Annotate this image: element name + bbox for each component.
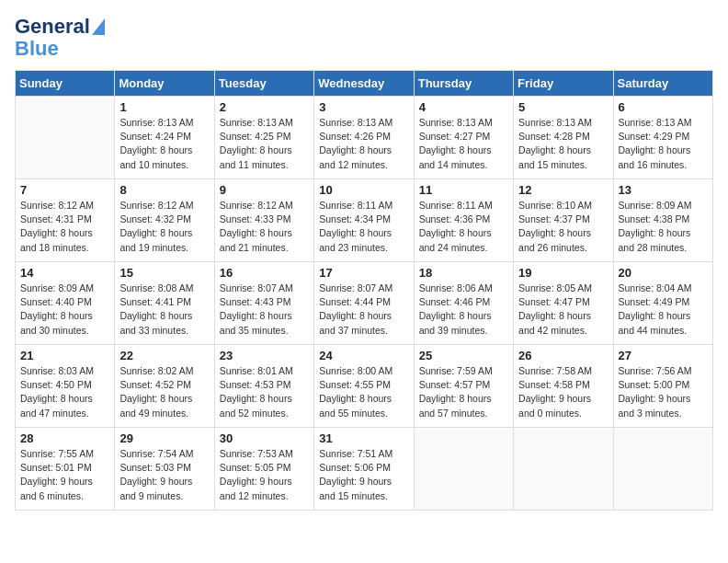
day-number: 29 bbox=[119, 431, 209, 445]
cell-text: Sunset: 4:43 PM bbox=[220, 295, 309, 309]
calendar-cell: 16Sunrise: 8:07 AMSunset: 4:43 PMDayligh… bbox=[214, 262, 313, 345]
cell-text: and 16 minutes. bbox=[619, 158, 708, 172]
cell-text: Sunrise: 8:08 AM bbox=[119, 282, 209, 295]
cell-text: Sunrise: 7:55 AM bbox=[20, 447, 109, 461]
cell-text: Sunrise: 8:12 AM bbox=[20, 199, 109, 213]
cell-text: and 57 minutes. bbox=[419, 407, 508, 420]
cell-text: and 11 minutes. bbox=[220, 158, 309, 172]
cell-text: Sunrise: 8:06 AM bbox=[419, 282, 508, 295]
cell-text: Daylight: 8 hours bbox=[419, 144, 508, 157]
cell-text: Sunset: 4:33 PM bbox=[220, 213, 309, 226]
day-number: 31 bbox=[319, 431, 408, 445]
cell-text: Sunrise: 8:10 AM bbox=[518, 199, 608, 213]
cell-text: Sunrise: 8:09 AM bbox=[20, 282, 109, 295]
calendar-cell: 15Sunrise: 8:08 AMSunset: 4:41 PMDayligh… bbox=[115, 262, 214, 345]
cell-text: Daylight: 9 hours bbox=[619, 392, 708, 406]
cell-text: Sunset: 4:32 PM bbox=[119, 213, 209, 226]
calendar-cell: 21Sunrise: 8:03 AMSunset: 4:50 PMDayligh… bbox=[16, 345, 115, 428]
cell-text: Sunrise: 8:13 AM bbox=[419, 116, 508, 130]
day-number: 7 bbox=[20, 183, 109, 197]
cell-text: Sunset: 4:50 PM bbox=[20, 378, 109, 392]
cell-text: Daylight: 8 hours bbox=[319, 392, 408, 406]
cell-text: Daylight: 9 hours bbox=[119, 475, 209, 488]
cell-text: and 18 minutes. bbox=[20, 241, 109, 255]
cell-text: Sunrise: 7:54 AM bbox=[119, 447, 209, 461]
calendar-cell: 28Sunrise: 7:55 AMSunset: 5:01 PMDayligh… bbox=[16, 428, 115, 511]
cell-text: Sunrise: 8:07 AM bbox=[319, 282, 408, 295]
day-number: 15 bbox=[119, 266, 209, 280]
day-number: 10 bbox=[319, 183, 408, 197]
cell-text: Sunset: 5:06 PM bbox=[319, 461, 408, 475]
calendar-cell: 18Sunrise: 8:06 AMSunset: 4:46 PMDayligh… bbox=[414, 262, 513, 345]
day-number: 2 bbox=[220, 100, 309, 114]
calendar-cell: 20Sunrise: 8:04 AMSunset: 4:49 PMDayligh… bbox=[613, 262, 712, 345]
day-number: 21 bbox=[20, 349, 109, 362]
day-number: 22 bbox=[119, 349, 209, 362]
cell-text: Daylight: 8 hours bbox=[319, 226, 408, 240]
day-number: 23 bbox=[220, 349, 309, 362]
calendar-cell: 1Sunrise: 8:13 AMSunset: 4:24 PMDaylight… bbox=[115, 97, 214, 179]
cell-text: and 42 minutes. bbox=[518, 324, 608, 338]
cell-text: Sunset: 4:52 PM bbox=[119, 378, 209, 392]
calendar-cell: 24Sunrise: 8:00 AMSunset: 4:55 PMDayligh… bbox=[314, 345, 414, 428]
calendar-cell: 22Sunrise: 8:02 AMSunset: 4:52 PMDayligh… bbox=[115, 345, 214, 428]
day-number: 1 bbox=[119, 100, 209, 114]
cell-text: and 3 minutes. bbox=[619, 407, 708, 420]
cell-text: Daylight: 8 hours bbox=[20, 309, 109, 323]
calendar-cell bbox=[514, 428, 613, 511]
cell-text: Sunset: 4:26 PM bbox=[319, 130, 408, 144]
cell-text: Daylight: 8 hours bbox=[419, 226, 508, 240]
logo: General Blue bbox=[15, 15, 105, 59]
calendar-cell: 7Sunrise: 8:12 AMSunset: 4:31 PMDaylight… bbox=[16, 179, 115, 262]
cell-text: and 15 minutes. bbox=[518, 158, 608, 172]
week-row-3: 14Sunrise: 8:09 AMSunset: 4:40 PMDayligh… bbox=[16, 262, 713, 345]
cell-text: Daylight: 8 hours bbox=[220, 309, 309, 323]
day-number: 18 bbox=[419, 266, 508, 280]
day-number: 14 bbox=[20, 266, 109, 280]
logo-blue: Blue bbox=[15, 39, 59, 59]
day-number: 19 bbox=[518, 266, 608, 280]
calendar-cell: 2Sunrise: 8:13 AMSunset: 4:25 PMDaylight… bbox=[214, 97, 313, 179]
cell-text: Daylight: 8 hours bbox=[419, 392, 508, 406]
day-number: 24 bbox=[319, 349, 408, 362]
calendar-cell: 13Sunrise: 8:09 AMSunset: 4:38 PMDayligh… bbox=[613, 179, 712, 262]
calendar-cell: 29Sunrise: 7:54 AMSunset: 5:03 PMDayligh… bbox=[115, 428, 214, 511]
cell-text: and 12 minutes. bbox=[220, 489, 309, 503]
cell-text: and 37 minutes. bbox=[319, 324, 408, 338]
calendar-cell: 25Sunrise: 7:59 AMSunset: 4:57 PMDayligh… bbox=[414, 345, 513, 428]
cell-text: Daylight: 8 hours bbox=[119, 144, 209, 157]
cell-text: Sunrise: 8:11 AM bbox=[419, 199, 508, 213]
cell-text: and 15 minutes. bbox=[319, 489, 408, 503]
calendar-cell: 6Sunrise: 8:13 AMSunset: 4:29 PMDaylight… bbox=[613, 97, 712, 179]
cell-text: and 30 minutes. bbox=[20, 324, 109, 338]
cell-text: Sunset: 4:37 PM bbox=[518, 213, 608, 226]
cell-text: Sunset: 4:24 PM bbox=[119, 130, 209, 144]
cell-text: Sunset: 4:38 PM bbox=[619, 213, 708, 226]
cell-text: Sunset: 4:46 PM bbox=[419, 295, 508, 309]
calendar-cell: 9Sunrise: 8:12 AMSunset: 4:33 PMDaylight… bbox=[214, 179, 313, 262]
day-number: 3 bbox=[319, 100, 408, 114]
cell-text: Daylight: 8 hours bbox=[419, 309, 508, 323]
col-header-monday: Monday bbox=[115, 71, 214, 97]
cell-text: and 21 minutes. bbox=[220, 241, 309, 255]
cell-text: Sunset: 5:03 PM bbox=[119, 461, 209, 475]
week-row-1: 1Sunrise: 8:13 AMSunset: 4:24 PMDaylight… bbox=[16, 97, 713, 179]
cell-text: Daylight: 9 hours bbox=[518, 392, 608, 406]
cell-text: Sunrise: 8:09 AM bbox=[619, 199, 708, 213]
day-number: 8 bbox=[119, 183, 209, 197]
cell-text: and 6 minutes. bbox=[20, 489, 109, 503]
cell-text: Sunrise: 8:01 AM bbox=[220, 364, 309, 378]
col-header-thursday: Thursday bbox=[414, 71, 513, 97]
cell-text: Sunset: 5:01 PM bbox=[20, 461, 109, 475]
cell-text: Daylight: 8 hours bbox=[119, 392, 209, 406]
day-number: 28 bbox=[20, 431, 109, 445]
cell-text: Sunset: 4:40 PM bbox=[20, 295, 109, 309]
week-row-4: 21Sunrise: 8:03 AMSunset: 4:50 PMDayligh… bbox=[16, 345, 713, 428]
cell-text: Sunset: 4:47 PM bbox=[518, 295, 608, 309]
week-row-2: 7Sunrise: 8:12 AMSunset: 4:31 PMDaylight… bbox=[16, 179, 713, 262]
cell-text: Sunrise: 8:13 AM bbox=[119, 116, 209, 130]
cell-text: and 52 minutes. bbox=[220, 407, 309, 420]
week-row-5: 28Sunrise: 7:55 AMSunset: 5:01 PMDayligh… bbox=[16, 428, 713, 511]
cell-text: Sunrise: 8:03 AM bbox=[20, 364, 109, 378]
cell-text: and 19 minutes. bbox=[119, 241, 209, 255]
